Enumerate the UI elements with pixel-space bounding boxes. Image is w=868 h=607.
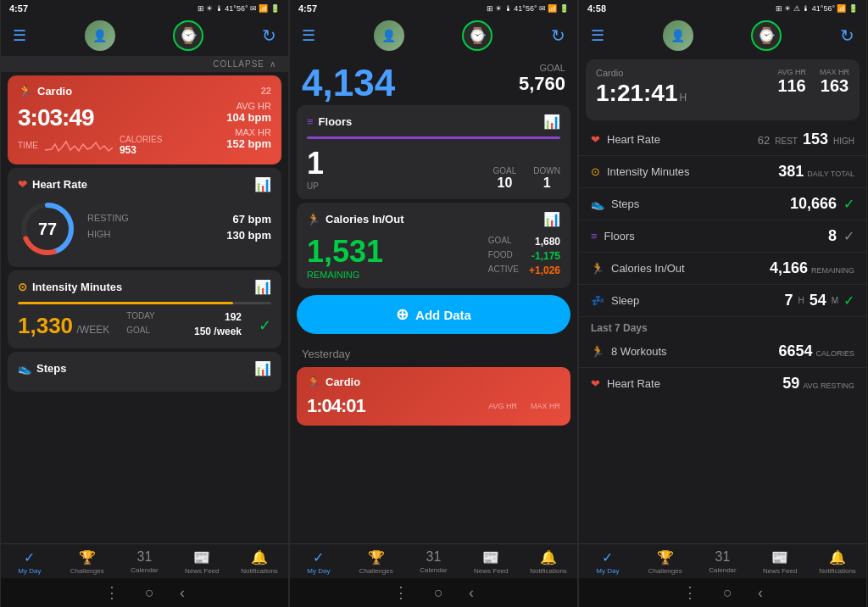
p3-sleep-hours: 7 [784, 292, 793, 309]
back-btn-2[interactable]: ‹ [469, 584, 474, 602]
intensity-card-1: ⊙ Intensity Minutes 📊 1,330 /WEEK T [8, 270, 281, 348]
floors-down-val: 1 [533, 175, 560, 191]
avg-hr-label: AVG HR [236, 101, 271, 111]
cal-main-val: 1,531 [307, 234, 383, 270]
news-icon-3: 📰 [771, 549, 788, 565]
home-btn-3[interactable]: ○ [723, 584, 732, 602]
floors-chart-icon[interactable]: 📊 [543, 114, 560, 130]
cal-stats-2: GOAL 1,680 FOOD -1,175 ACTIVE +1,026 [488, 236, 560, 279]
notif-icon-1: 🔔 [251, 549, 268, 565]
yesterday-time: 1:04:01 [307, 395, 365, 417]
sync-icon-1[interactable]: ↻ [262, 25, 276, 46]
plus-circle-icon: ⊕ [396, 305, 409, 324]
avg-hr-val: 104 bpm [226, 111, 271, 124]
recent-btn-3[interactable]: ⋮ [682, 583, 698, 602]
menu-icon-2[interactable]: ☰ [302, 26, 315, 45]
recent-btn-2[interactable]: ⋮ [393, 583, 409, 602]
nav-news-feed-2[interactable]: 📰 News Feed [462, 548, 520, 576]
p3-cal-text: Calories In/Out [611, 262, 685, 275]
challenges-icon-1: 🏆 [79, 549, 96, 565]
nav-my-day-2[interactable]: ✓ My Day [290, 548, 348, 576]
cal-goal-label: GOAL [488, 236, 512, 248]
nav-calendar-1[interactable]: 31 Calendar [116, 548, 174, 576]
max-hr-val: 152 bpm [226, 137, 271, 150]
p3-hr-rest-val: 62 [758, 134, 770, 147]
last7-label: Last 7 Days [591, 322, 648, 334]
nav-calendar-2[interactable]: 31 Calendar [405, 548, 463, 576]
hr-stats-1: RESTING 67 bpm HIGH 130 bpm [87, 213, 271, 245]
today-label: TODAY [126, 311, 155, 323]
nav-calendar-3[interactable]: 31 Calendar [694, 548, 752, 576]
cal-goal-val: 1,680 [535, 236, 560, 248]
home-btn-2[interactable]: ○ [434, 584, 443, 602]
nav-my-day-3[interactable]: ✓ My Day [579, 548, 637, 576]
floors-down-label: DOWN [533, 166, 560, 175]
p3-hr-row: ❤ Heart Rate 62 REST 153 HIGH [579, 124, 866, 156]
nav-news-feed-1[interactable]: 📰 News Feed [173, 548, 231, 576]
cal-chart-icon[interactable]: 📊 [543, 211, 560, 227]
menu-icon-3[interactable]: ☰ [591, 26, 604, 45]
p3-steps-val: 10,666 [790, 195, 837, 213]
cal-active-row: ACTIVE +1,026 [488, 265, 560, 276]
hr-chart-icon-1[interactable]: 📊 [254, 176, 271, 192]
p3-time-wrap: 1:21:41 H [596, 80, 687, 107]
phone-3: 4:58 ⊞ ☀ ⚠ 🌡 41°56° 📶 🔋 ☰ 👤 ⌚ ↻ Cardio 1… [578, 0, 867, 607]
content-1: COLLAPSE ∧ 🏃 Cardio 22 3:03:49 TIME [1, 56, 288, 543]
goal-row: GOAL 150 /week [126, 326, 242, 337]
p3-avg-hr-text: Heart Rate [607, 377, 660, 390]
add-data-button[interactable]: ⊕ Add Data [297, 295, 570, 334]
hr-title-1: ❤ Heart Rate [18, 178, 87, 191]
nav-challenges-1[interactable]: 🏆 Challenges [58, 548, 116, 576]
cal-food-label: FOOD [488, 250, 513, 262]
p3-m-unit: M [832, 296, 838, 305]
p3-high-label: HIGH [833, 136, 854, 146]
floors-main-wrap: 1 UP [307, 146, 324, 191]
steps-chart-icon[interactable]: 📊 [254, 360, 271, 376]
status-bar-3: 4:58 ⊞ ☀ ⚠ 🌡 41°56° 📶 🔋 [579, 0, 866, 15]
nav-my-day-1[interactable]: ✓ My Day [1, 548, 58, 576]
status-icons-2: ⊞ ☀ 🌡 41°56° ✉ 📶 🔋 [487, 4, 569, 13]
back-btn-1[interactable]: ‹ [180, 584, 185, 602]
hr-circle-1: 77 [18, 199, 77, 259]
recent-btn-1[interactable]: ⋮ [104, 583, 120, 602]
nav-notifications-2[interactable]: 🔔 Notifications [520, 548, 577, 576]
bottom-nav-3: ✓ My Day 🏆 Challenges 31 Calendar 📰 News… [579, 543, 866, 578]
p3-avg-resting-label: AVG RESTING [803, 381, 854, 390]
nav-notifications-3[interactable]: 🔔 Notifications [809, 548, 866, 576]
p3-cal-label-wrap: 🏃 Calories In/Out [591, 262, 685, 275]
steps-big-val: 4,134 [302, 64, 395, 102]
goal-val-1: 150 /week [194, 326, 242, 337]
my-day-icon-1: ✓ [24, 549, 35, 565]
nav-notifications-1[interactable]: 🔔 Notifications [231, 548, 288, 576]
p3-cardio-time: 1:21:41 [596, 80, 678, 107]
p3-max-hr-label: MAX HR [820, 68, 849, 76]
p3-sleep-label-wrap: 💤 Sleep [591, 294, 639, 307]
watch-icon-1: ⌚ [173, 20, 203, 51]
steps-icon-3: 👟 [591, 198, 604, 210]
p3-avg-hr: AVG HR 116 [777, 68, 806, 107]
intensity-chart-icon[interactable]: 📊 [254, 279, 271, 295]
nav-challenges-2[interactable]: 🏆 Challenges [348, 548, 405, 576]
hr-content-1: 77 RESTING 67 bpm HIGH 130 bpm [18, 199, 271, 259]
home-btn-1[interactable]: ○ [145, 584, 154, 602]
p3-cal-unit: REMAINING [811, 266, 854, 275]
menu-icon-1[interactable]: ☰ [13, 26, 26, 45]
p3-max-hr-val: 163 [820, 76, 849, 96]
sync-icon-3[interactable]: ↻ [840, 25, 854, 46]
p3-floors-row: ≡ Floors 8 ✓ [579, 220, 866, 253]
heart-rate-card-1: ❤ Heart Rate 📊 77 [8, 168, 281, 267]
p3-h-unit: H [798, 296, 804, 305]
collapse-bar[interactable]: COLLAPSE ∧ [1, 56, 288, 72]
p3-steps-val-wrap: 10,666 ✓ [790, 195, 854, 213]
floors-goals-2: GOAL 10 DOWN 1 [493, 166, 560, 191]
steps-icon-1: 👟 [18, 362, 31, 375]
back-btn-3[interactable]: ‹ [758, 584, 763, 602]
nav-news-feed-3[interactable]: 📰 News Feed [751, 548, 809, 576]
phone-1: 4:57 ⊞ ☀ 🌡 41°56° ✉ 📶 🔋 ☰ 👤 ⌚ ↻ COLLAPSE… [0, 0, 289, 607]
p3-rest-label: REST [775, 136, 798, 146]
sync-icon-2[interactable]: ↻ [551, 25, 565, 46]
nav-challenges-3[interactable]: 🏆 Challenges [637, 548, 694, 576]
cal-icon-2: 🏃 [307, 213, 320, 226]
my-day-icon-2: ✓ [313, 549, 324, 565]
calendar-icon-1: 31 [137, 549, 153, 565]
